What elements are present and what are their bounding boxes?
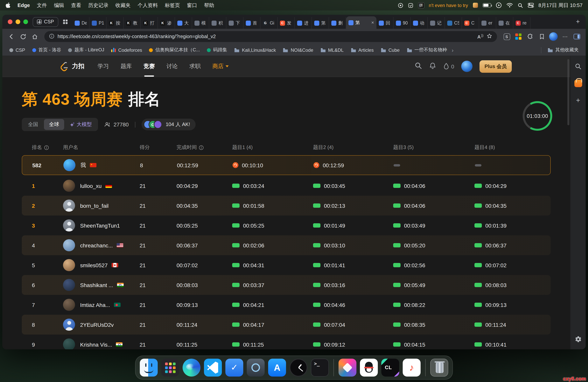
read-aloud-icon[interactable]: A — [477, 33, 483, 40]
browser-tab[interactable]: 第× — [346, 16, 376, 29]
scrollbar-thumb[interactable] — [567, 59, 569, 125]
input-method-badge[interactable]: 拼 — [418, 2, 424, 8]
browser-tab[interactable]: 第 — [312, 17, 329, 29]
daily-streak[interactable]: 0 — [443, 63, 454, 70]
bookmark-item[interactable]: 码蹄集 — [204, 45, 230, 54]
username[interactable]: Shashikant ... — [80, 282, 113, 288]
username[interactable]: smiles0527 — [80, 262, 108, 268]
sidebar-add-icon[interactable]: + — [573, 96, 583, 105]
region-tab[interactable]: 全国 — [23, 119, 43, 130]
sidebar-toggle-icon[interactable] — [572, 32, 582, 42]
other-bookmarks-folder[interactable]: 其他收藏夹 — [545, 45, 582, 54]
browser-tab[interactable]: 90 — [393, 17, 410, 29]
sidebar-settings-icon[interactable] — [573, 335, 583, 344]
menubar-menu-item[interactable]: 查看 — [71, 2, 81, 9]
browser-tab[interactable]: K按 — [106, 17, 124, 29]
site-info-icon[interactable] — [49, 33, 54, 40]
dock-launchpad[interactable] — [161, 359, 179, 377]
bookmark-item[interactable]: 信奥狗屎亿本挂（C... — [146, 45, 203, 54]
nav-item[interactable]: 题库 — [121, 56, 132, 77]
browser-tab[interactable]: 下 — [226, 17, 243, 29]
username[interactable]: born_to_fail — [80, 202, 108, 209]
browser-tab[interactable]: 模 — [192, 17, 209, 29]
new-tab-button[interactable]: + — [573, 17, 583, 26]
dock-edge[interactable] — [183, 359, 200, 377]
status-icon-square[interactable] — [408, 2, 413, 8]
singlefile-extension-icon[interactable]: S — [502, 32, 512, 42]
menubar-menu-item[interactable]: 个人资料 — [138, 2, 158, 9]
bookmark-item[interactable]: ML&DL — [317, 46, 347, 54]
browser-tab[interactable]: 动 — [410, 17, 428, 29]
dock-qq[interactable] — [360, 359, 378, 377]
wifi-icon[interactable] — [506, 3, 513, 8]
sidebar-shopping-icon[interactable] — [573, 79, 583, 88]
menubar-menu-item[interactable]: 编辑 — [54, 2, 64, 9]
profile-avatar[interactable] — [548, 32, 558, 42]
username[interactable]: Imtiaz Aha... — [80, 302, 110, 308]
menubar-menu-item[interactable]: 帮助 — [204, 2, 214, 9]
dock-clion[interactable]: CL — [381, 359, 399, 377]
dock-app-store[interactable]: A — [268, 359, 286, 377]
favorite-star-icon[interactable] — [486, 33, 492, 40]
dock-vscode[interactable] — [204, 359, 222, 377]
username[interactable]: lulloo_xu — [80, 183, 102, 189]
bookmark-item[interactable]: Articles — [347, 46, 377, 54]
bookmark-item[interactable]: CSP — [6, 46, 28, 54]
search-icon[interactable] — [415, 62, 422, 71]
browser-tab[interactable]: P1 — [89, 17, 106, 29]
nav-item[interactable]: 讨论 — [167, 56, 178, 77]
region-tab[interactable]: 全球 — [44, 119, 64, 130]
browser-tab[interactable]: CC — [462, 17, 479, 29]
nav-item[interactable]: 商店 — [212, 56, 229, 77]
browser-tab[interactable]: K渗 — [158, 17, 175, 29]
dock-clock[interactable] — [290, 359, 307, 377]
nav-item[interactable]: 学习 — [98, 56, 109, 77]
menubar-menu-item[interactable]: 文件 — [37, 2, 47, 9]
info-icon[interactable] — [199, 145, 204, 150]
browser-tab[interactable]: GGi — [260, 17, 277, 29]
user-avatar[interactable] — [461, 61, 473, 72]
menubar-menu-item[interactable]: 历史记录 — [88, 2, 108, 9]
close-window-button[interactable] — [8, 20, 12, 24]
dock-todo-app[interactable]: ✓ — [225, 359, 243, 377]
tab-actions-icon[interactable] — [61, 17, 70, 26]
sidebar-search-icon[interactable] — [573, 62, 583, 71]
url-text[interactable]: https://leetcode.cn/contest/weekly-conte… — [58, 34, 474, 39]
now-playing-text[interactable]: n't even have to try — [429, 2, 468, 8]
username[interactable]: SheenTangTun1 — [80, 222, 120, 229]
browser-tab[interactable]: 首 — [243, 17, 260, 29]
favorites-icon[interactable] — [537, 32, 547, 42]
media-play-icon[interactable] — [496, 2, 502, 8]
browser-tab[interactable]: De — [72, 17, 89, 29]
menubar-menu-item[interactable]: 收藏夹 — [116, 2, 131, 9]
menubar-app-name[interactable]: Edge — [18, 2, 30, 8]
dock-music[interactable]: ♪ — [403, 359, 420, 377]
browser-tab[interactable]: er — [479, 17, 496, 29]
browser-tab[interactable]: 积 — [209, 17, 226, 29]
bookmark-item[interactable]: NOI&Code — [280, 46, 316, 54]
browser-menu-icon[interactable]: ⋯ — [560, 32, 570, 42]
bookmark-item[interactable]: 首页 - 洛谷 — [29, 45, 64, 54]
username[interactable]: chreachanc... — [80, 242, 113, 248]
browser-tab[interactable]: Cre — [513, 17, 530, 29]
username[interactable]: Krishna Vis... — [80, 341, 112, 348]
workspace-button[interactable]: CSP — [33, 17, 58, 27]
extensions-icon[interactable] — [525, 32, 535, 42]
browser-tab[interactable]: 在 — [496, 17, 513, 29]
status-icon-circle[interactable] — [398, 2, 403, 8]
spotlight-search-icon[interactable] — [517, 2, 523, 8]
nav-item[interactable]: 竞赛 — [144, 56, 155, 77]
dock-dev-tool[interactable] — [247, 359, 265, 377]
browser-tab[interactable]: 进 — [294, 17, 312, 29]
bookmark-item[interactable]: Cube — [378, 46, 403, 54]
browser-tab[interactable]: C发 — [277, 17, 294, 29]
m365-apps-icon[interactable] — [513, 32, 524, 42]
username[interactable]: 2YEuRUsD2v — [80, 321, 114, 328]
dock-trash[interactable] — [430, 359, 448, 377]
dock-design-app[interactable] — [338, 359, 357, 377]
tab-close-icon[interactable]: × — [371, 20, 374, 25]
minimize-window-button[interactable] — [16, 20, 20, 24]
maximize-window-button[interactable] — [23, 20, 28, 24]
control-center-icon[interactable] — [527, 2, 534, 8]
menubar-menu-item[interactable]: 窗口 — [187, 2, 197, 9]
